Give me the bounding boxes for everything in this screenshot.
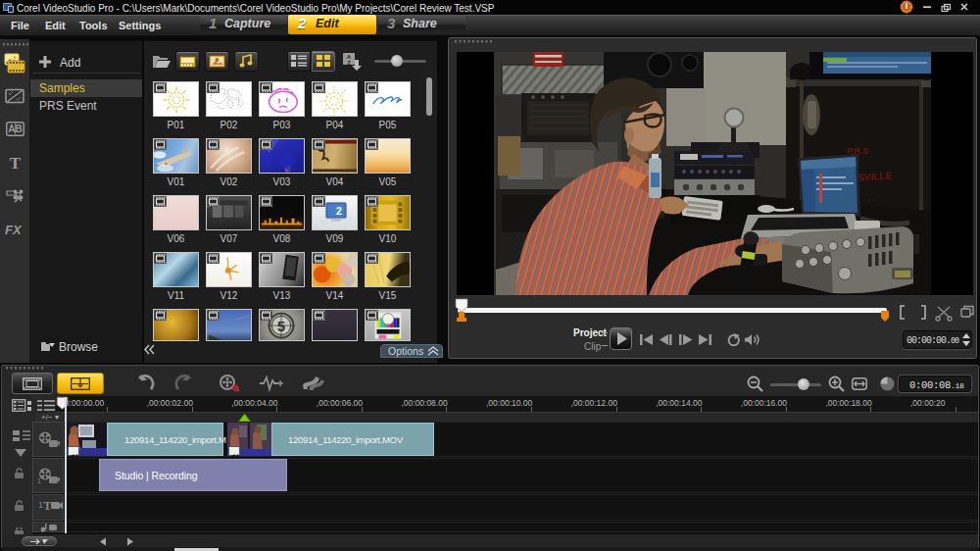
svg-text:Z: Z <box>347 60 351 66</box>
svg-text:T: T <box>10 154 22 171</box>
svg-text:1: 1 <box>37 477 41 484</box>
svg-text:2: 2 <box>336 205 342 217</box>
